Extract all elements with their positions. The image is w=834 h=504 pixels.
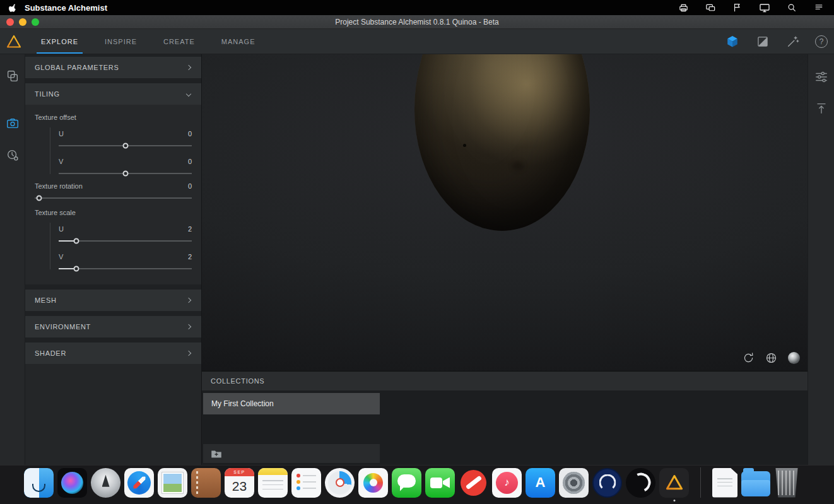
dock-contacts-icon[interactable] [191,468,221,498]
offset-u-slider-handle[interactable] [122,143,128,149]
offset-v-slider-handle[interactable] [122,171,128,177]
minimize-button[interactable] [19,18,26,26]
layers-panel-icon[interactable] [5,69,20,84]
dock-messages-icon[interactable] [392,468,421,498]
texture-rotation-label: Texture rotation [35,182,83,190]
scale-v-value[interactable]: 2 [188,253,192,261]
app-toolbar: EXPLORE INSPIRE CREATE MANAGE ? [0,29,834,54]
dock-finder-icon[interactable] [24,468,54,498]
dock-mail-icon[interactable] [158,468,187,498]
zoom-button[interactable] [32,18,39,26]
screen: Substance Alchemist Project Substance Al… [0,0,834,504]
magic-wand-icon[interactable] [785,33,801,50]
right-icon-strip [808,54,834,465]
printer-icon[interactable] [677,2,690,13]
spotlight-search-icon[interactable] [785,2,798,13]
displays-icon[interactable] [758,2,771,13]
dock-navy-utility-icon[interactable] [592,468,622,498]
material-view-icon[interactable] [755,33,771,50]
dock-system-preferences-icon[interactable] [559,468,589,498]
dock-safari-icon[interactable] [124,468,154,498]
menubar-app-name[interactable]: Substance Alchemist [25,3,107,13]
window-titlebar: Project Substance Alchemist 0.8.1 Quinoa… [0,15,834,29]
calendar-day: 23 [225,476,254,496]
collections-header: COLLECTIONS [202,372,808,390]
dock-reminders-icon[interactable] [291,468,321,498]
3d-viewport[interactable] [202,54,808,371]
scale-v-slider[interactable] [59,268,192,269]
material-sphere-icon[interactable] [786,350,801,365]
texture-rotation-slider-handle[interactable] [37,196,42,201]
chevron-right-icon [186,298,191,303]
calendar-month: SEP [225,468,254,476]
section-header-mesh[interactable]: MESH [25,290,201,311]
texture-rotation-slider[interactable] [35,197,192,199]
chevron-right-icon [186,351,191,356]
viewport-settings-icon[interactable] [5,116,20,131]
dock-siri-icon[interactable] [57,468,87,498]
scale-u-slider[interactable] [59,240,192,242]
scale-u-slider-handle[interactable] [74,238,79,244]
panel-empty-area [25,364,201,465]
dock-downloads-folder-icon[interactable] [741,471,770,496]
egg-surface-spot [463,144,466,147]
section-label: GLOBAL PARAMETERS [35,64,119,71]
section-label: ENVIRONMENT [35,323,91,331]
music-note-glyph: ♪ [504,476,510,489]
dock-gauge-app-icon[interactable] [325,468,355,498]
section-header-shader[interactable]: SHADER [25,343,201,364]
egg-surface-spot [512,161,524,170]
tab-inspire[interactable]: INSPIRE [91,29,150,54]
3d-view-cube-icon[interactable] [724,33,741,50]
display-filters-icon[interactable] [814,69,829,85]
tab-create[interactable]: CREATE [150,29,208,54]
dock-document-icon[interactable] [712,468,737,498]
section-header-environment[interactable]: ENVIRONMENT [25,316,201,337]
offset-u-value[interactable]: 0 [188,130,192,138]
tab-explore[interactable]: EXPLORE [28,29,91,54]
environment-globe-icon[interactable] [763,350,778,365]
dock-music-icon[interactable]: ♪ [492,468,522,498]
section-header-global-parameters[interactable]: GLOBAL PARAMETERS [25,57,201,78]
scale-v-slider-handle[interactable] [74,266,79,272]
texture-offset-group: U 0 V 0 [50,127,192,174]
dock-dark-swirl-app-icon[interactable] [626,468,655,498]
offset-v-value[interactable]: 0 [188,158,192,165]
dock-launchpad-icon[interactable] [91,468,120,498]
offset-u-slider[interactable] [59,145,192,146]
add-collection-button[interactable] [203,444,380,463]
tab-manage[interactable]: MANAGE [208,29,269,54]
screen-mirroring-icon[interactable] [704,2,717,13]
dock-app-store-icon[interactable]: A [526,468,555,498]
dock-trash-icon[interactable] [774,468,799,498]
window-controls [6,18,39,26]
offset-v-slider[interactable] [59,173,192,174]
dock-calendar-icon[interactable]: SEP 23 [225,468,254,498]
help-icon[interactable]: ? [815,35,828,48]
model-egg [414,54,590,231]
notification-center-icon[interactable] [813,2,825,13]
section-header-tiling[interactable]: TILING [25,83,201,105]
section-environment: ENVIRONMENT [25,316,201,337]
folder-plus-icon [210,448,223,459]
dock-facetime-icon[interactable] [425,468,455,498]
collection-item[interactable]: My First Collection [203,393,380,414]
section-global-parameters: GLOBAL PARAMETERS [25,57,201,78]
menubar: Substance Alchemist [0,0,834,15]
dock-do-not-disturb-icon[interactable] [459,468,488,498]
texture-rotation-value[interactable]: 0 [188,182,192,190]
flag-icon[interactable] [731,2,744,13]
dock-notes-icon[interactable] [258,468,288,498]
reset-view-icon[interactable] [741,350,756,365]
scale-u-label: U [59,225,64,233]
section-shader: SHADER [25,343,201,364]
history-settings-icon[interactable] [5,148,20,163]
dock-substance-alchemist-icon[interactable] [659,468,689,498]
window-title: Project Substance Alchemist 0.8.1 Quinoa… [0,18,834,26]
section-label: TILING [35,90,60,98]
apple-menu-icon[interactable] [9,3,18,13]
export-icon[interactable] [814,101,829,116]
dock-photos-icon[interactable] [358,468,388,498]
scale-u-value[interactable]: 2 [188,225,192,233]
close-button[interactable] [6,18,14,26]
